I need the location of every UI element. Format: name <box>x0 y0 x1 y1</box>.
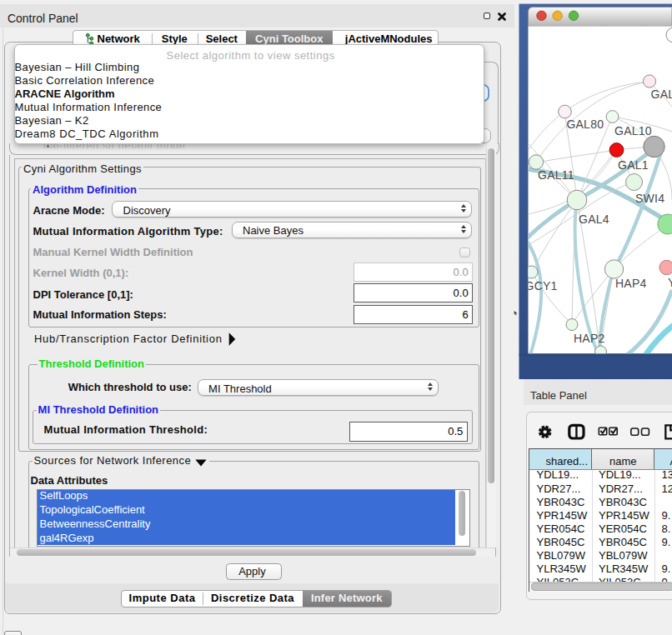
svg-text:HAP2: HAP2 <box>574 332 605 345</box>
svg-text:GAL2: GAL2 <box>651 88 672 101</box>
svg-text:GAL1: GAL1 <box>618 158 649 172</box>
svg-text:GAL10: GAL10 <box>614 124 652 138</box>
svg-text:GAL80: GAL80 <box>566 118 604 131</box>
svg-text:GAL4: GAL4 <box>579 212 609 226</box>
svg-text:HAP4: HAP4 <box>615 277 647 290</box>
svg-text:GCY1: GCY1 <box>525 279 558 292</box>
svg-text:GAL11: GAL11 <box>538 168 574 182</box>
svg-text:YGL...: YGL... <box>668 276 672 289</box>
svg-text:SWI4: SWI4 <box>635 192 664 205</box>
